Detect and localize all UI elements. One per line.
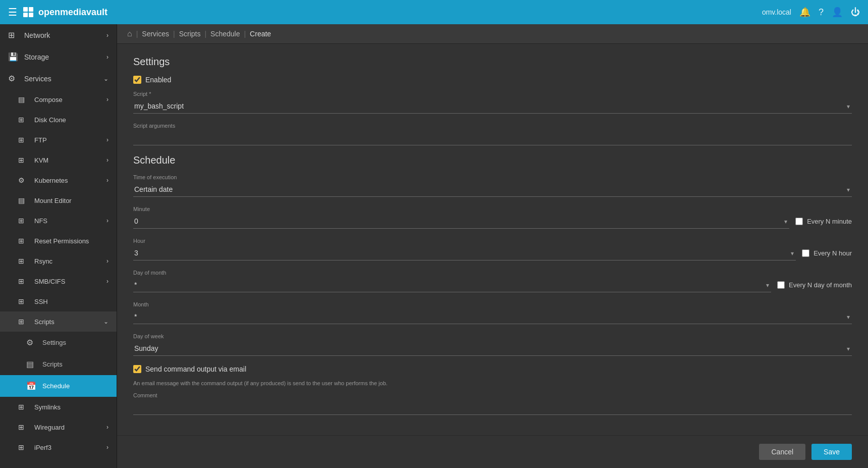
sidebar-item-symlinks[interactable]: ⊞ Symlinks bbox=[0, 397, 117, 417]
minute-row: 0 Every N minute bbox=[133, 214, 852, 229]
minute-label: Minute bbox=[133, 206, 852, 212]
help-icon[interactable]: ? bbox=[819, 7, 824, 18]
sidebar-item-scripts-schedule[interactable]: 📅 Schedule bbox=[0, 375, 117, 397]
sidebar-item-wireguard[interactable]: ⊞ Wireguard › bbox=[0, 417, 117, 437]
minute-select[interactable]: 0 bbox=[133, 214, 789, 229]
cancel-button[interactable]: Cancel bbox=[759, 444, 805, 460]
sidebar-label-ftp: FTP bbox=[34, 136, 47, 144]
breadcrumb-scripts[interactable]: Scripts bbox=[179, 30, 201, 38]
schedule-icon: 📅 bbox=[26, 381, 37, 391]
power-icon[interactable]: ⏻ bbox=[851, 7, 860, 18]
enabled-label[interactable]: Enabled bbox=[145, 76, 171, 84]
mount-editor-icon: ▤ bbox=[18, 196, 29, 204]
sidebar-item-ftp[interactable]: ⊞ FTP › bbox=[0, 130, 117, 150]
breadcrumb-services[interactable]: Services bbox=[142, 30, 169, 38]
day-of-week-select[interactable]: Sunday bbox=[133, 341, 852, 356]
sidebar-label-iperf3: iPerf3 bbox=[34, 444, 51, 451]
every-n-day-label[interactable]: Every N day of month bbox=[789, 281, 852, 289]
sidebar-label-scripts-sub: Scripts bbox=[42, 360, 63, 368]
sidebar-item-smb-cifs[interactable]: ⊞ SMB/CIFS › bbox=[0, 271, 117, 291]
app-title: openmediavault bbox=[38, 7, 107, 18]
sidebar-item-kubernetes[interactable]: ⚙ Kubernetes › bbox=[0, 170, 117, 190]
sidebar-label-rsync: Rsync bbox=[34, 257, 52, 265]
notifications-icon[interactable]: 🔔 bbox=[799, 7, 810, 18]
hour-group: Hour 3 Every N hour bbox=[133, 238, 852, 261]
sidebar-label-compose: Compose bbox=[34, 96, 63, 103]
every-n-hour-checkbox[interactable] bbox=[802, 249, 809, 257]
sidebar-label-schedule: Schedule bbox=[42, 382, 70, 390]
script-args-input[interactable]: "Hello. I am your bash script." "I run o… bbox=[133, 131, 852, 145]
time-of-execution-select[interactable]: Certain date bbox=[133, 182, 852, 197]
chevron-icon: › bbox=[106, 217, 108, 224]
time-of-execution-wrapper: Certain date bbox=[133, 182, 852, 197]
sidebar-item-mount-editor[interactable]: ▤ Mount Editor bbox=[0, 190, 117, 211]
sidebar-label-smb-cifs: SMB/CIFS bbox=[34, 278, 65, 285]
chevron-icon: › bbox=[106, 424, 108, 431]
breadcrumb-schedule[interactable]: Schedule bbox=[210, 30, 240, 38]
sidebar-label-ssh: SSH bbox=[34, 298, 48, 305]
script-args-group: Script arguments "Hello. I am your bash … bbox=[133, 123, 852, 145]
sidebar-label-services: Services bbox=[24, 75, 51, 83]
nfs-icon: ⊞ bbox=[18, 217, 29, 225]
home-icon[interactable]: ⌂ bbox=[127, 29, 132, 38]
symlinks-icon: ⊞ bbox=[18, 403, 29, 411]
reset-permissions-icon: ⊞ bbox=[18, 237, 29, 245]
sidebar-item-reset-permissions[interactable]: ⊞ Reset Permissions bbox=[0, 231, 117, 251]
sidebar-item-storage[interactable]: 💾 Storage › bbox=[0, 46, 117, 68]
scripts-sub-icon: ▤ bbox=[26, 359, 37, 369]
user-icon[interactable]: 👤 bbox=[832, 7, 843, 18]
topbar: ☰ openmediavault omv.local 🔔 ? 👤 ⏻ bbox=[0, 0, 868, 24]
every-n-day-checkbox[interactable] bbox=[777, 281, 785, 289]
sidebar-item-ssh[interactable]: ⊞ SSH bbox=[0, 291, 117, 311]
time-of-execution-group: Time of execution Certain date bbox=[133, 174, 852, 197]
script-group: Script * my_bash_script bbox=[133, 91, 852, 114]
network-icon: ⊞ bbox=[8, 30, 19, 40]
every-n-minute-label[interactable]: Every N minute bbox=[807, 218, 852, 225]
content-area: ⌂ | Services | Scripts | Schedule | Crea… bbox=[117, 24, 868, 468]
sidebar-item-services[interactable]: ⚙ Services ⌄ bbox=[0, 68, 117, 89]
minute-select-wrapper: 0 bbox=[133, 214, 789, 229]
chevron-icon: › bbox=[106, 54, 108, 61]
sidebar-label-mount-editor: Mount Editor bbox=[34, 197, 72, 204]
sidebar-item-scripts-settings[interactable]: ⚙ Settings bbox=[0, 332, 117, 353]
schedule-title: Schedule bbox=[133, 154, 852, 166]
form-area: Settings Enabled Script * my_bash_script… bbox=[117, 44, 868, 435]
enabled-checkbox[interactable] bbox=[133, 76, 141, 84]
chevron-icon: ⌄ bbox=[103, 75, 108, 82]
sidebar-item-disk-clone[interactable]: ⊞ Disk Clone bbox=[0, 110, 117, 130]
sidebar-item-network[interactable]: ⊞ Network › bbox=[0, 24, 117, 46]
chevron-icon: › bbox=[106, 278, 108, 285]
every-n-hour-label[interactable]: Every N hour bbox=[813, 249, 852, 257]
kvm-icon: ⊞ bbox=[18, 156, 29, 164]
sidebar-item-kvm[interactable]: ⊞ KVM › bbox=[0, 150, 117, 170]
send-email-row: Send command output via email bbox=[133, 365, 852, 373]
sidebar-item-compose[interactable]: ▤ Compose › bbox=[0, 89, 117, 110]
services-icon: ⚙ bbox=[8, 74, 19, 83]
logo-grid bbox=[23, 7, 33, 17]
month-label: Month bbox=[133, 301, 852, 307]
month-select[interactable]: * bbox=[133, 309, 852, 324]
hour-select[interactable]: 3 bbox=[133, 246, 796, 261]
send-email-label[interactable]: Send command output via email bbox=[145, 365, 246, 373]
day-of-month-group: Day of month * Every N day of month bbox=[133, 270, 852, 292]
sidebar-item-scripts-scripts[interactable]: ▤ Scripts bbox=[0, 353, 117, 375]
script-select[interactable]: my_bash_script bbox=[133, 99, 852, 114]
sidebar-item-scripts[interactable]: ⊞ Scripts ⌄ bbox=[0, 311, 117, 332]
topbar-left: ☰ openmediavault bbox=[8, 6, 107, 18]
sidebar-label-storage: Storage bbox=[24, 53, 49, 61]
menu-icon[interactable]: ☰ bbox=[8, 6, 17, 18]
save-button[interactable]: Save bbox=[811, 444, 852, 460]
comment-input[interactable]: Running my bash script on Sundays at 3:0… bbox=[133, 400, 852, 415]
rsync-icon: ⊞ bbox=[18, 257, 29, 265]
ssh-icon: ⊞ bbox=[18, 297, 29, 305]
comment-group: Comment Running my bash script on Sunday… bbox=[133, 392, 852, 415]
sidebar-item-nfs[interactable]: ⊞ NFS › bbox=[0, 211, 117, 231]
hostname-label: omv.local bbox=[762, 8, 791, 16]
sidebar-item-rsync[interactable]: ⊞ Rsync › bbox=[0, 251, 117, 271]
send-email-checkbox[interactable] bbox=[133, 365, 141, 373]
day-of-month-select[interactable]: * bbox=[133, 278, 771, 292]
sidebar-item-iperf3[interactable]: ⊞ iPerf3 › bbox=[0, 437, 117, 457]
storage-icon: 💾 bbox=[8, 52, 19, 62]
breadcrumb-create: Create bbox=[250, 30, 271, 38]
every-n-minute-checkbox[interactable] bbox=[795, 218, 803, 225]
